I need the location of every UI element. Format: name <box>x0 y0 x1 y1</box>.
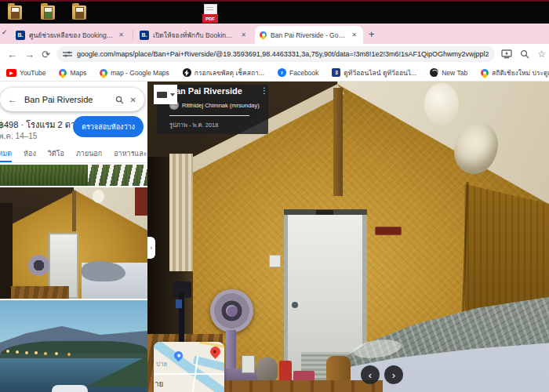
bookmark-label: New Tab <box>442 69 467 77</box>
bookmark-stats[interactable]: สถิติเชียงใหม่ ประตูเชียงใ... <box>481 67 549 78</box>
standing-fan-cap <box>226 305 238 317</box>
tab-google-maps-active[interactable]: Ban Pai Riverside - Google Map ✕ <box>255 26 363 44</box>
thumb-red-wall-edge <box>135 187 147 216</box>
photo-thumbnail-room[interactable] <box>0 187 147 299</box>
bookmark-facebook[interactable]: f Facebook <box>278 68 318 77</box>
tab-booking-listing[interactable]: B. เปิดให้จองที่พักกับ Booking.com ✕ <box>135 26 253 44</box>
maps-pin-icon <box>98 67 109 78</box>
site-settings-icon[interactable] <box>63 50 72 58</box>
pdf-file-icon[interactable]: PDF <box>202 4 218 23</box>
install-app-icon[interactable] <box>501 49 512 59</box>
wall-sign <box>375 227 402 235</box>
room-apex-beam <box>333 88 343 196</box>
map-town-label: ปาย <box>156 359 167 369</box>
folder-icon[interactable] <box>41 5 55 20</box>
bookmark-maps[interactable]: Maps <box>59 69 86 77</box>
tab-booking-help[interactable]: B. ศูนย์ช่วยเหลือของ Booking.com ✕ <box>11 26 130 44</box>
bookmark-map-google-maps[interactable]: map - Google Maps <box>100 69 169 77</box>
tab-exterior[interactable]: ภายนอก <box>76 144 102 162</box>
folder-photo-thumb <box>75 7 84 19</box>
viewer-dropdown-glyph <box>157 92 167 98</box>
bookmarks-bar: ▶ YouTube Maps map - Google Maps กรอกเลข… <box>0 64 549 82</box>
mini-map-inset[interactable]: ปาย าย <box>154 342 224 392</box>
desktop-strip: PDF <box>0 0 549 24</box>
maps-pin-icon <box>479 67 490 78</box>
tab-food-drink[interactable]: อาหารและเครื่องดื่ม <box>114 144 147 162</box>
bookmark-label: Maps <box>70 69 86 77</box>
viewer-dropdown-box[interactable] <box>154 85 177 104</box>
bookmark-label: Facebook <box>289 69 318 77</box>
search-input[interactable] <box>23 94 110 105</box>
tab-title: ศูนย์ช่วยเหลือของ Booking.com <box>29 30 113 41</box>
door-handle <box>292 302 298 308</box>
ceiling-lamp <box>424 83 459 125</box>
back-button[interactable]: ← <box>7 49 17 60</box>
check-availability-button[interactable]: ตรวจสอบห้องว่าง <box>73 116 144 137</box>
tab-close-icon[interactable]: ✕ <box>239 31 248 38</box>
folder-icon[interactable] <box>72 5 86 20</box>
photo-thumbnail-lawn[interactable] <box>0 165 147 186</box>
screen: PDF ✓ B. ศูนย์ช่วยเหลือของ Booking.com ✕… <box>0 0 549 392</box>
maps-content: ← ✕ ฿498 · โรงแรม 2 ดาว พ.ค. 14–15 ตรวจส… <box>0 82 549 392</box>
tab-videos[interactable]: วิดีโอ <box>48 144 64 162</box>
tab-divider <box>133 30 133 40</box>
red-cup <box>279 361 292 382</box>
bookmark-label: กรอกเลขพัสดุ เช็คสถา... <box>195 67 264 78</box>
folder-icon[interactable] <box>8 5 22 20</box>
maps-search-box[interactable]: ← ✕ <box>0 88 144 111</box>
light-switch <box>269 255 281 267</box>
tab-rooms[interactable]: ห้อง <box>24 144 36 162</box>
door-sign <box>316 210 333 215</box>
picket-fence <box>88 165 147 186</box>
tab-title: เปิดให้จองที่พักกับ Booking.com <box>153 30 235 41</box>
tab-all-photos[interactable]: ทั้งหมด <box>0 144 12 162</box>
browser-tab-strip: ✓ B. ศูนย์ช่วยเหลือของ Booking.com ✕ B. … <box>0 24 549 44</box>
youtube-icon: ▶ <box>6 69 16 77</box>
photo-menu-icon[interactable]: ⋮ <box>260 86 268 95</box>
info-divider <box>169 115 249 116</box>
bookmark-label: ดูทีวีออนไลน์ ดูทีวีออนไ... <box>344 67 416 78</box>
river-lights <box>6 350 9 353</box>
photo-meta: รูปภาพ - พ.ค. 2018 <box>169 120 218 129</box>
zoom-icon[interactable] <box>520 49 529 59</box>
bookmark-parcel-tracking[interactable]: กรอกเลขพัสดุ เช็คสถา... <box>183 67 264 78</box>
bookmark-star-icon[interactable]: ☆ <box>537 49 546 60</box>
tv-channel-icon: 3 <box>332 68 340 77</box>
hotel-dates[interactable]: พ.ค. 14–15 <box>0 130 37 142</box>
bookmark-tv-online[interactable]: 3 ดูทีวีออนไลน์ ดูทีวีออนไ... <box>332 67 416 78</box>
tripod-knob <box>176 299 182 308</box>
pdf-label: PDF <box>202 14 218 23</box>
browser-toolbar: ← → ⟳ google.com/maps/place/Ban+Pai+Rive… <box>0 44 549 64</box>
photo-category-tabs: ทั้งหมด ห้อง วิดีโอ ภายนอก อาหารและเครื่… <box>0 144 147 163</box>
url-text[interactable]: google.com/maps/place/Ban+Pai+Riverside/… <box>77 50 489 58</box>
new-tab-button[interactable]: + <box>369 30 375 39</box>
forward-button[interactable]: → <box>24 49 35 60</box>
parcel-icon <box>183 68 191 77</box>
standing-fan-neck <box>226 330 236 371</box>
folder-photo-thumb <box>11 7 20 19</box>
search-clear-icon[interactable]: ✕ <box>130 96 136 104</box>
reload-button[interactable]: ⟳ <box>42 49 50 60</box>
globe-icon <box>430 68 438 77</box>
search-back-icon[interactable]: ← <box>8 94 17 105</box>
thumb-lamp <box>93 190 104 203</box>
maps-pin-icon <box>57 67 68 78</box>
bookmark-youtube[interactable]: ▶ YouTube <box>6 69 45 77</box>
photo-author[interactable]: Ritthidej Chimnak (mrsunday) <box>182 102 260 109</box>
search-icon[interactable] <box>115 96 124 104</box>
photo-viewer[interactable]: Ban Pai Riverside Ritthidej Chimnak (mrs… <box>147 82 549 392</box>
bookmark-new-tab[interactable]: New Tab <box>430 68 467 77</box>
next-photo-button[interactable]: › <box>384 365 403 384</box>
previous-photo-button[interactable]: ‹ <box>361 365 380 384</box>
thumb-window-dark <box>0 203 13 299</box>
panel-collapse-button[interactable]: ‹ <box>147 237 155 259</box>
thumb-beam <box>72 191 76 231</box>
tab-close-icon[interactable]: ✕ <box>350 31 358 38</box>
photo-title: Ban Pai Riverside <box>169 86 242 96</box>
tab-close-icon[interactable]: ✕ <box>117 31 125 38</box>
bookmark-label: สถิติเชียงใหม่ ประตูเชียงใ... <box>492 67 549 78</box>
address-bar[interactable]: google.com/maps/place/Ban+Pai+Riverside/… <box>56 46 495 62</box>
tab-overflow-glyph[interactable]: ✓ <box>2 28 8 36</box>
photo-thumbnail-river[interactable] <box>0 300 147 392</box>
thumb-overlay-button[interactable] <box>52 385 88 392</box>
